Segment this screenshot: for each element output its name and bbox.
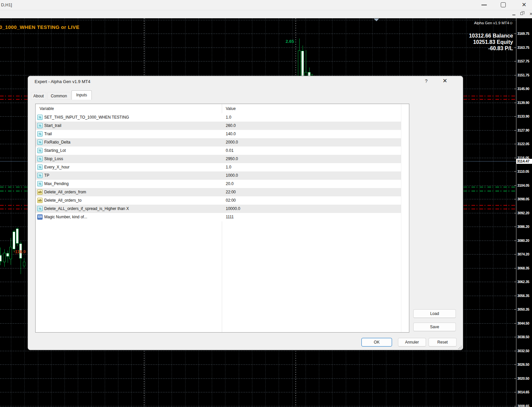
price-label: 3044.50 bbox=[517, 321, 532, 325]
load-button[interactable]: Load bbox=[413, 309, 456, 318]
price-label: 3008.65 bbox=[517, 404, 532, 407]
order-level-line bbox=[0, 99, 28, 100]
price-label: 3086.20 bbox=[517, 225, 532, 229]
price-label: 3163.75 bbox=[517, 46, 532, 50]
price-label: 3151.75 bbox=[517, 73, 532, 77]
table-row[interactable]: abDelete_All_orders_to02:00 bbox=[36, 196, 401, 205]
left-annotation: -118.9 bbox=[14, 249, 26, 254]
save-button[interactable]: Save bbox=[413, 323, 456, 331]
order-level-line bbox=[0, 209, 28, 209]
ok-button[interactable]: OK bbox=[361, 338, 392, 347]
table-row[interactable]: ½Starting_Lot0.01 bbox=[36, 147, 401, 155]
candlestick bbox=[23, 262, 25, 266]
equity-label: 10251.83 Equity bbox=[473, 39, 513, 45]
str-type-icon: ab bbox=[37, 198, 43, 203]
table-row[interactable]: ½FixRatio_Delta2000.0 bbox=[36, 138, 401, 147]
table-row[interactable]: ½Delete_ALL_orders_if_spread_is_Higher t… bbox=[36, 205, 401, 213]
num-type-icon: ½ bbox=[37, 148, 43, 153]
variable-name: Delete_ALL_orders_if_spread_is_Higher th… bbox=[44, 206, 129, 211]
price-label: 3157.75 bbox=[517, 59, 532, 63]
gridline-horizontal bbox=[0, 392, 516, 392]
variable-value: 260.0 bbox=[226, 123, 236, 128]
table-header: Variable Value bbox=[36, 104, 409, 113]
gridline-horizontal bbox=[0, 48, 516, 48]
table-row[interactable]: ½Max_Pending20.0 bbox=[36, 180, 401, 188]
variable-name: Max_Pending bbox=[44, 181, 68, 186]
dialog-help-button[interactable]: ? bbox=[423, 78, 430, 84]
price-label: 3014.65 bbox=[517, 390, 532, 394]
gridline-horizontal bbox=[0, 34, 516, 34]
gridline-horizontal bbox=[0, 61, 516, 61]
price-label: 3145.90 bbox=[517, 87, 532, 91]
price-label: 3032.50 bbox=[517, 349, 532, 353]
candlestick bbox=[13, 232, 15, 249]
maximize-button-icon[interactable] bbox=[501, 2, 506, 7]
price-scale-border bbox=[516, 18, 516, 407]
variable-value: 1.0 bbox=[226, 115, 231, 120]
order-level-line bbox=[0, 187, 28, 187]
chart-close-icon[interactable]: ✕ bbox=[529, 12, 532, 16]
variable-name: Start_trail bbox=[44, 123, 61, 128]
cancel-button[interactable]: Annuler bbox=[398, 338, 426, 347]
gridline-horizontal bbox=[0, 75, 516, 75]
price-label: 3122.05 bbox=[517, 142, 532, 146]
candlestick bbox=[298, 51, 301, 76]
num-type-icon: ½ bbox=[37, 206, 43, 211]
tab-common[interactable]: Common bbox=[47, 92, 70, 100]
table-row[interactable]: ½Trail140.0 bbox=[36, 130, 401, 138]
variable-name: Trail bbox=[44, 132, 52, 136]
candlestick bbox=[301, 51, 304, 76]
table-row[interactable]: abDelete_All_orders_from22:00 bbox=[36, 188, 401, 196]
tab-about[interactable]: About bbox=[31, 92, 46, 100]
table-row[interactable]: ½Start_trail260.0 bbox=[36, 122, 401, 130]
variable-name: TP bbox=[44, 173, 49, 178]
table-gutter-line bbox=[401, 104, 401, 332]
order-level-line bbox=[0, 96, 28, 96]
toolbar-strip bbox=[0, 10, 532, 18]
chart-restore-icon[interactable] bbox=[520, 12, 523, 15]
order-level-line bbox=[464, 96, 516, 96]
reset-button[interactable]: Reset bbox=[429, 338, 457, 347]
current-price-box: 3114.47 bbox=[516, 159, 532, 164]
title-bar: D,H1] bbox=[0, 0, 532, 10]
window-title: D,H1] bbox=[1, 2, 12, 7]
price-label: 3133.90 bbox=[517, 114, 532, 118]
price-label: 3062.35 bbox=[517, 280, 532, 284]
price-label: 3056.35 bbox=[517, 294, 532, 298]
variable-value: 02:00 bbox=[226, 198, 236, 203]
num-type-icon: ½ bbox=[37, 181, 43, 186]
close-button-icon[interactable]: ✕ bbox=[522, 1, 526, 8]
table-row[interactable]: ½SET_THIS_INPUT_TO_1000_WHEN TESTING1.0 bbox=[36, 113, 401, 122]
price-label: 3026.50 bbox=[517, 362, 532, 366]
table-row[interactable]: ½Stop_Loss2950.0 bbox=[36, 155, 401, 163]
candle-annotation: 2.65 bbox=[286, 39, 294, 44]
candlestick bbox=[9, 247, 12, 259]
order-level-line bbox=[464, 191, 516, 191]
resize-grip[interactable] bbox=[458, 346, 462, 349]
table-row[interactable]: 123Magic Number, kind of...1111 bbox=[36, 213, 401, 221]
price-label: 3050.35 bbox=[517, 307, 532, 311]
gridline-horizontal bbox=[0, 364, 516, 365]
table-rows: ½SET_THIS_INPUT_TO_1000_WHEN TESTING1.0½… bbox=[36, 113, 401, 221]
variable-value: 1000.0 bbox=[226, 173, 238, 178]
variable-value: 2950.0 bbox=[226, 156, 238, 161]
dialog-close-button[interactable]: ✕ bbox=[441, 77, 449, 84]
table-row[interactable]: ½Every_X_hour1.0 bbox=[36, 163, 401, 171]
order-level-line bbox=[0, 205, 28, 206]
chart-minimize-icon[interactable] bbox=[512, 15, 515, 15]
order-level-line bbox=[464, 187, 516, 187]
tab-inputs[interactable]: Inputs bbox=[71, 90, 92, 100]
price-label: 3127.90 bbox=[517, 128, 532, 132]
price-label: 3110.05 bbox=[517, 169, 532, 173]
minimize-button-icon[interactable] bbox=[481, 5, 487, 5]
variable-value: 2000.0 bbox=[226, 140, 238, 145]
order-level-line bbox=[464, 205, 516, 206]
pl-label: -60.83 P/L bbox=[488, 46, 513, 51]
candlestick bbox=[0, 255, 2, 261]
table-row[interactable]: ½TP1000.0 bbox=[36, 171, 401, 180]
price-label: 3098.05 bbox=[517, 197, 532, 201]
candlestick bbox=[6, 253, 9, 256]
variable-value: 22:00 bbox=[226, 190, 236, 194]
dialog-title: Expert - Alpha Gen v1.9 MT4 bbox=[35, 79, 90, 84]
candlestick bbox=[16, 229, 19, 244]
